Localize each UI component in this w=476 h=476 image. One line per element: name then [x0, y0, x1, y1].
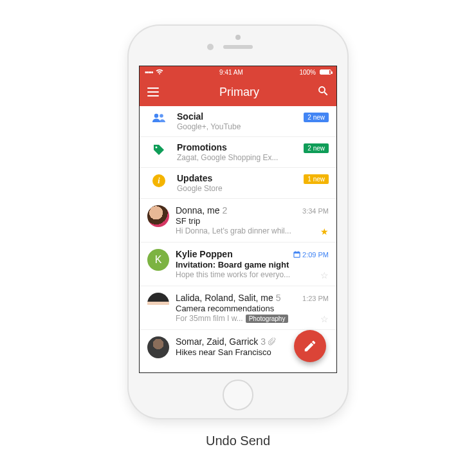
avatar[interactable]: K: [147, 249, 169, 271]
avatar[interactable]: [147, 293, 169, 315]
star-icon[interactable]: ☆: [320, 270, 329, 280]
avatar[interactable]: [147, 205, 169, 227]
menu-button[interactable]: [147, 87, 161, 96]
wifi-icon: [156, 69, 163, 75]
email-row[interactable]: K Kylie Poppen 2:09 PM Invitation: Board…: [140, 243, 336, 286]
email-snippet: Hope this time works for everyo...: [176, 270, 329, 279]
badge-new: 2 new: [304, 143, 329, 153]
category-sub: Zagat, Google Shopping Ex...: [177, 153, 329, 162]
email-snippet: Hi Donna, Let's grab dinner whil...: [176, 226, 329, 235]
tag-icon: [152, 143, 165, 156]
svg-rect-7: [295, 251, 296, 252]
email-time: 1:23 PM: [302, 295, 329, 302]
phone-speaker: [223, 45, 253, 49]
app-bar: Primary: [140, 78, 336, 106]
phone-frame: ••••• 9:41 AM 100% Primary: [129, 26, 347, 418]
label-chip: Photography: [246, 315, 289, 323]
battery-icon: [320, 69, 331, 75]
badge-new: 1 new: [304, 174, 329, 184]
avatar[interactable]: [147, 336, 169, 358]
email-sender: Kylie Poppen: [176, 249, 233, 259]
email-subject: SF trip: [176, 216, 329, 226]
phone-sensor-dot: [207, 44, 214, 50]
search-icon: [317, 85, 329, 96]
calendar-icon: [293, 251, 300, 258]
email-row[interactable]: Donna, me 2 3:34 PM SF trip Hi Donna, Le…: [140, 199, 336, 243]
category-sub: Google Store: [177, 184, 329, 193]
compose-button[interactable]: [294, 330, 326, 362]
email-snippet: For 35mm film I w...Photography: [176, 314, 329, 323]
email-time: 2:09 PM: [293, 251, 329, 259]
page-title: Primary: [219, 86, 259, 99]
email-sender: Donna, me 2: [176, 205, 227, 215]
category-name: Social: [177, 111, 203, 122]
pencil-icon: [303, 339, 317, 353]
image-caption: Undo Send: [206, 434, 270, 448]
category-promotions[interactable]: Promotions 2 new Zagat, Google Shopping …: [140, 137, 336, 168]
phone-camera-dot: [235, 35, 241, 40]
svg-point-4: [156, 147, 158, 149]
app-screen: ••••• 9:41 AM 100% Primary: [139, 66, 337, 373]
category-social[interactable]: Social 2 new Google+, YouTube: [140, 106, 336, 137]
people-icon: [152, 113, 166, 123]
attachment-icon: [268, 338, 276, 345]
email-time: 3:34 PM: [302, 207, 329, 215]
svg-point-2: [154, 114, 158, 118]
battery-percent: 100%: [299, 69, 316, 76]
star-icon[interactable]: ★: [320, 226, 329, 237]
category-name: Promotions: [177, 142, 227, 152]
svg-point-0: [319, 87, 325, 93]
svg-rect-6: [294, 252, 300, 253]
star-icon[interactable]: ☆: [320, 314, 329, 324]
svg-point-3: [160, 114, 163, 118]
category-sub: Google+, YouTube: [177, 122, 329, 131]
search-button[interactable]: [317, 85, 329, 100]
category-updates[interactable]: i Updates 1 new Google Store: [140, 168, 336, 199]
home-button[interactable]: [223, 380, 253, 410]
category-name: Updates: [177, 173, 212, 183]
status-bar: ••••• 9:41 AM 100%: [140, 66, 336, 78]
email-subject: Invitation: Board game night: [176, 260, 329, 270]
email-sender: Somar, Zaid, Garrick 3: [176, 336, 276, 347]
svg-line-1: [324, 92, 327, 95]
badge-new: 2 new: [304, 113, 329, 122]
email-row[interactable]: Lalida, Roland, Salit, me 5 1:23 PM Came…: [140, 286, 336, 330]
info-icon: i: [152, 174, 165, 187]
svg-rect-8: [298, 251, 298, 252]
signal-icon: •••••: [145, 69, 153, 76]
status-time: 9:41 AM: [219, 69, 243, 76]
email-subject: Camera recommendations: [176, 304, 329, 313]
email-sender: Lalida, Roland, Salit, me 5: [176, 293, 280, 303]
